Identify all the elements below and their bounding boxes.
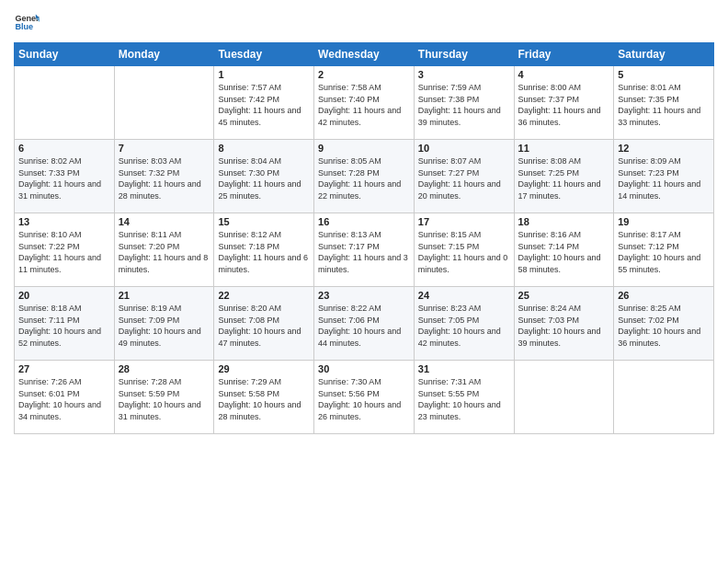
col-header-friday: Friday	[514, 43, 614, 66]
day-number: 22	[218, 290, 310, 301]
day-info: Sunrise: 7:26 AMSunset: 6:01 PMDaylight:…	[18, 376, 110, 422]
day-number: 5	[618, 69, 710, 80]
day-info: Sunrise: 8:02 AMSunset: 7:33 PMDaylight:…	[18, 155, 110, 201]
calendar-cell: 15Sunrise: 8:12 AMSunset: 7:18 PMDayligh…	[214, 213, 314, 287]
calendar-cell: 1Sunrise: 7:57 AMSunset: 7:42 PMDaylight…	[214, 66, 314, 140]
day-info: Sunrise: 7:57 AMSunset: 7:42 PMDaylight:…	[218, 82, 310, 128]
day-number: 29	[218, 363, 310, 374]
calendar-cell: 14Sunrise: 8:11 AMSunset: 7:20 PMDayligh…	[114, 213, 214, 287]
day-info: Sunrise: 8:04 AMSunset: 7:30 PMDaylight:…	[218, 155, 310, 201]
calendar-body: 1Sunrise: 7:57 AMSunset: 7:42 PMDaylight…	[15, 66, 714, 434]
calendar-cell	[514, 361, 614, 434]
calendar-cell	[614, 361, 714, 434]
calendar-cell: 30Sunrise: 7:30 AMSunset: 5:56 PMDayligh…	[314, 361, 415, 434]
day-info: Sunrise: 8:08 AMSunset: 7:25 PMDaylight:…	[518, 155, 610, 201]
day-number: 14	[119, 216, 210, 227]
day-info: Sunrise: 8:01 AMSunset: 7:35 PMDaylight:…	[618, 82, 710, 128]
day-info: Sunrise: 8:03 AMSunset: 7:32 PMDaylight:…	[119, 155, 210, 201]
week-row-3: 13Sunrise: 8:10 AMSunset: 7:22 PMDayligh…	[15, 213, 714, 287]
day-info: Sunrise: 8:09 AMSunset: 7:23 PMDaylight:…	[618, 155, 710, 201]
calendar-cell: 21Sunrise: 8:19 AMSunset: 7:09 PMDayligh…	[114, 287, 214, 361]
day-number: 17	[418, 216, 510, 227]
calendar-cell: 26Sunrise: 8:25 AMSunset: 7:02 PMDayligh…	[614, 287, 714, 361]
calendar-cell: 18Sunrise: 8:16 AMSunset: 7:14 PMDayligh…	[514, 213, 614, 287]
day-number: 3	[418, 69, 510, 80]
day-number: 7	[119, 143, 210, 154]
calendar-cell: 23Sunrise: 8:22 AMSunset: 7:06 PMDayligh…	[314, 287, 415, 361]
day-number: 28	[119, 363, 210, 374]
calendar-cell: 13Sunrise: 8:10 AMSunset: 7:22 PMDayligh…	[15, 213, 115, 287]
day-number: 30	[318, 363, 410, 374]
col-header-saturday: Saturday	[614, 43, 714, 66]
calendar-cell: 19Sunrise: 8:17 AMSunset: 7:12 PMDayligh…	[614, 213, 714, 287]
day-number: 24	[418, 290, 510, 301]
calendar-cell: 17Sunrise: 8:15 AMSunset: 7:15 PMDayligh…	[414, 213, 514, 287]
calendar-cell: 22Sunrise: 8:20 AMSunset: 7:08 PMDayligh…	[214, 287, 314, 361]
calendar-cell: 28Sunrise: 7:28 AMSunset: 5:59 PMDayligh…	[114, 361, 214, 434]
logo: General Blue	[14, 9, 40, 35]
day-info: Sunrise: 8:05 AMSunset: 7:28 PMDaylight:…	[318, 155, 410, 201]
day-info: Sunrise: 8:07 AMSunset: 7:27 PMDaylight:…	[418, 155, 510, 201]
day-info: Sunrise: 8:25 AMSunset: 7:02 PMDaylight:…	[618, 303, 710, 349]
week-row-1: 1Sunrise: 7:57 AMSunset: 7:42 PMDaylight…	[15, 66, 714, 140]
col-header-tuesday: Tuesday	[214, 43, 314, 66]
day-info: Sunrise: 7:31 AMSunset: 5:55 PMDaylight:…	[418, 376, 510, 422]
calendar-header-row: SundayMondayTuesdayWednesdayThursdayFrid…	[15, 43, 714, 66]
logo-icon: General Blue	[14, 9, 40, 35]
day-info: Sunrise: 8:10 AMSunset: 7:22 PMDaylight:…	[18, 229, 110, 275]
day-info: Sunrise: 8:15 AMSunset: 7:15 PMDaylight:…	[418, 229, 510, 275]
day-info: Sunrise: 8:12 AMSunset: 7:18 PMDaylight:…	[218, 229, 310, 275]
day-number: 18	[518, 216, 610, 227]
day-number: 8	[218, 143, 310, 154]
day-number: 13	[18, 216, 110, 227]
day-info: Sunrise: 7:30 AMSunset: 5:56 PMDaylight:…	[318, 376, 410, 422]
header: General Blue	[14, 9, 714, 35]
calendar-cell: 27Sunrise: 7:26 AMSunset: 6:01 PMDayligh…	[15, 361, 115, 434]
calendar-cell: 10Sunrise: 8:07 AMSunset: 7:27 PMDayligh…	[414, 140, 514, 213]
day-number: 1	[218, 69, 310, 80]
calendar-cell: 16Sunrise: 8:13 AMSunset: 7:17 PMDayligh…	[314, 213, 415, 287]
day-number: 21	[119, 290, 210, 301]
day-number: 31	[418, 363, 510, 374]
day-number: 10	[418, 143, 510, 154]
col-header-monday: Monday	[114, 43, 214, 66]
day-info: Sunrise: 8:19 AMSunset: 7:09 PMDaylight:…	[119, 303, 210, 349]
day-info: Sunrise: 8:24 AMSunset: 7:03 PMDaylight:…	[518, 303, 610, 349]
day-number: 27	[18, 363, 110, 374]
calendar-cell: 11Sunrise: 8:08 AMSunset: 7:25 PMDayligh…	[514, 140, 614, 213]
col-header-thursday: Thursday	[414, 43, 514, 66]
day-info: Sunrise: 7:59 AMSunset: 7:38 PMDaylight:…	[418, 82, 510, 128]
page: General Blue SundayMondayTuesdayWednesda…	[0, 0, 728, 563]
calendar-cell: 6Sunrise: 8:02 AMSunset: 7:33 PMDaylight…	[15, 140, 115, 213]
calendar-cell: 5Sunrise: 8:01 AMSunset: 7:35 PMDaylight…	[614, 66, 714, 140]
day-number: 6	[18, 143, 110, 154]
calendar-cell: 4Sunrise: 8:00 AMSunset: 7:37 PMDaylight…	[514, 66, 614, 140]
day-info: Sunrise: 7:28 AMSunset: 5:59 PMDaylight:…	[119, 376, 210, 422]
day-info: Sunrise: 7:58 AMSunset: 7:40 PMDaylight:…	[318, 82, 410, 128]
week-row-2: 6Sunrise: 8:02 AMSunset: 7:33 PMDaylight…	[15, 140, 714, 213]
svg-text:Blue: Blue	[15, 22, 33, 31]
day-number: 9	[318, 143, 410, 154]
calendar-cell: 8Sunrise: 8:04 AMSunset: 7:30 PMDaylight…	[214, 140, 314, 213]
calendar-cell: 12Sunrise: 8:09 AMSunset: 7:23 PMDayligh…	[614, 140, 714, 213]
week-row-5: 27Sunrise: 7:26 AMSunset: 6:01 PMDayligh…	[15, 361, 714, 434]
day-number: 16	[318, 216, 410, 227]
calendar-cell: 2Sunrise: 7:58 AMSunset: 7:40 PMDaylight…	[314, 66, 415, 140]
day-info: Sunrise: 8:16 AMSunset: 7:14 PMDaylight:…	[518, 229, 610, 275]
calendar-cell: 20Sunrise: 8:18 AMSunset: 7:11 PMDayligh…	[15, 287, 115, 361]
day-number: 20	[18, 290, 110, 301]
calendar-cell	[15, 66, 115, 140]
day-number: 23	[318, 290, 410, 301]
calendar-table: SundayMondayTuesdayWednesdayThursdayFrid…	[14, 42, 714, 434]
calendar-cell: 9Sunrise: 8:05 AMSunset: 7:28 PMDaylight…	[314, 140, 415, 213]
calendar-cell	[114, 66, 214, 140]
calendar-cell: 24Sunrise: 8:23 AMSunset: 7:05 PMDayligh…	[414, 287, 514, 361]
calendar-cell: 3Sunrise: 7:59 AMSunset: 7:38 PMDaylight…	[414, 66, 514, 140]
day-number: 26	[618, 290, 710, 301]
day-info: Sunrise: 8:20 AMSunset: 7:08 PMDaylight:…	[218, 303, 310, 349]
day-info: Sunrise: 8:13 AMSunset: 7:17 PMDaylight:…	[318, 229, 410, 275]
day-number: 19	[618, 216, 710, 227]
day-number: 4	[518, 69, 610, 80]
calendar-cell: 29Sunrise: 7:29 AMSunset: 5:58 PMDayligh…	[214, 361, 314, 434]
calendar-cell: 7Sunrise: 8:03 AMSunset: 7:32 PMDaylight…	[114, 140, 214, 213]
